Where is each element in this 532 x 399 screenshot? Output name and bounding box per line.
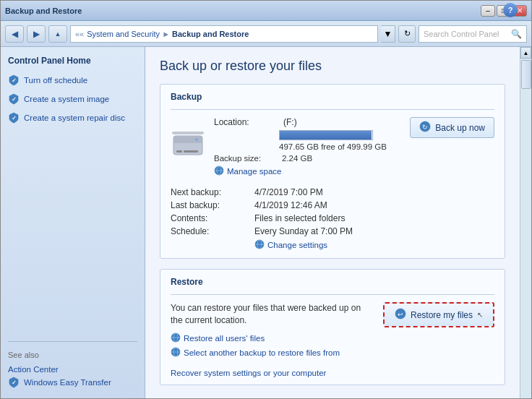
restore-section-title: Restore — [171, 277, 494, 287]
shield-icon-1: ✓ — [8, 74, 20, 86]
shield-icon-3: ✓ — [8, 112, 20, 124]
backup-now-icon: ↻ — [419, 121, 431, 134]
svg-point-8 — [195, 138, 198, 141]
backup-size-label: Backup size: — [214, 154, 279, 163]
scrollbar-thumb[interactable] — [521, 60, 531, 89]
disk-free-text: 497.65 GB free of 499.99 GB — [279, 142, 387, 151]
manage-space-link[interactable]: Manage space — [214, 166, 387, 177]
cursor-indicator: ↖ — [477, 311, 483, 319]
restore-all-users-link[interactable]: Restore all users' files — [171, 332, 373, 344]
svg-text:✓: ✓ — [12, 115, 17, 121]
change-settings-globe-icon — [254, 239, 265, 251]
breadcrumb-separator: ► — [162, 30, 170, 38]
page-title: Back up or restore your files — [160, 59, 505, 74]
shield-icon-4: ✓ — [8, 377, 20, 388]
sidebar-item-create-system-image[interactable]: ✓ Create a system image — [8, 92, 137, 106]
sidebar-title: Control Panel Home — [8, 56, 137, 66]
svg-rect-9 — [172, 132, 204, 134]
restore-my-files-button[interactable]: ↩ Restore my files ↖ — [383, 302, 494, 327]
location-value: (F:) — [283, 117, 297, 127]
restore-files-icon: ↩ — [395, 308, 406, 322]
contents-value: Files in selected folders — [254, 213, 345, 223]
restore-all-users-icon — [171, 332, 181, 344]
backup-details: Location: (F:) 497.65 GB free of 499.99 … — [214, 117, 387, 177]
restore-my-files-label: Restore my files — [411, 310, 473, 320]
contents-label: Contents: — [171, 213, 250, 223]
select-another-label: Select another backup to restore files f… — [184, 348, 340, 357]
scrollbar-up-button[interactable]: ▲ — [520, 47, 531, 59]
back-up-now-button[interactable]: ↻ Back up now — [410, 117, 494, 138]
svg-text:✓: ✓ — [12, 379, 17, 386]
sidebar-link-label-3: Create a system repair disc — [24, 113, 125, 122]
backup-size-value: 2.24 GB — [282, 154, 312, 163]
location-label: Location: — [214, 117, 279, 127]
schedule-row: Schedule: Every Sunday at 7:00 PM — [171, 226, 494, 236]
back-up-now-label: Back up now — [435, 123, 485, 133]
title-bar: Backup and Restore – □ ✕ — [1, 1, 531, 21]
disk-usage-bar — [279, 130, 373, 140]
sidebar-item-create-repair-disc[interactable]: ✓ Create a system repair disc — [8, 111, 137, 125]
backup-header: Location: (F:) 497.65 GB free of 499.99 … — [171, 117, 494, 177]
svg-text:✓: ✓ — [12, 96, 17, 103]
recover-system-link[interactable]: Recover system settings or your computer — [171, 369, 494, 377]
shield-icon-2: ✓ — [8, 93, 20, 105]
select-another-backup-link[interactable]: Select another backup to restore files f… — [171, 347, 373, 359]
location-row: Location: (F:) — [214, 117, 387, 127]
see-also-section: See also Action Center ✓ Windows Easy Tr… — [8, 341, 137, 390]
next-backup-label: Next backup: — [171, 187, 250, 197]
next-backup-value: 4/7/2019 7:00 PM — [254, 187, 323, 197]
minimize-button[interactable]: – — [481, 5, 495, 17]
right-panel: Back up or restore your files Backup — [145, 47, 531, 398]
svg-text:✓: ✓ — [12, 77, 17, 84]
sidebar-link-label-2: Create a system image — [24, 95, 109, 103]
search-placeholder: Search Control Panel — [424, 30, 499, 38]
restore-content: You can restore your files that were bac… — [171, 302, 494, 361]
schedule-value: Every Sunday at 7:00 PM — [254, 226, 353, 236]
change-settings-label: Change settings — [267, 241, 327, 249]
svg-rect-7 — [184, 150, 198, 153]
content-area: Back up or restore your files Backup — [145, 47, 520, 398]
breadcrumb-system-security[interactable]: System and Security — [87, 30, 160, 38]
change-settings-link[interactable]: Change settings — [254, 239, 494, 251]
back-button[interactable]: ◀ — [5, 25, 24, 43]
sidebar: Control Panel Home ✓ Turn off schedule ✓ — [1, 47, 145, 398]
meta-rows: Next backup: 4/7/2019 7:00 PM Last backu… — [171, 187, 494, 251]
search-box[interactable]: Search Control Panel 🔍 — [419, 25, 527, 43]
recover-system-label: Recover system settings or your computer — [171, 369, 326, 377]
svg-rect-6 — [176, 150, 182, 153]
forward-button[interactable]: ▶ — [27, 25, 46, 43]
restore-all-users-label: Restore all users' files — [184, 334, 265, 343]
sidebar-item-turn-off-schedule[interactable]: ✓ Turn off schedule — [8, 73, 137, 87]
main-area: Control Panel Home ✓ Turn off schedule ✓ — [1, 47, 531, 398]
sidebar-link-label: Turn off schedule — [24, 76, 87, 85]
backup-section: Backup — [160, 84, 505, 259]
svg-text:↻: ↻ — [422, 124, 428, 131]
last-backup-row: Last backup: 4/1/2019 12:46 AM — [171, 200, 494, 210]
sidebar-item-action-center[interactable]: Action Center — [8, 364, 137, 375]
main-window: Backup and Restore – □ ✕ ◀ ▶ ▲ «« System… — [0, 0, 532, 399]
scrollbar[interactable]: ▲ — [520, 47, 531, 398]
search-icon[interactable]: 🔍 — [511, 29, 522, 39]
address-bar: ◀ ▶ ▲ «« System and Security ► Backup an… — [1, 21, 531, 47]
backup-section-title: Backup — [171, 92, 494, 102]
sidebar-item-windows-easy-transfer[interactable]: ✓ Windows Easy Transfer — [8, 375, 137, 390]
manage-space-label: Manage space — [227, 167, 281, 176]
help-button[interactable]: ? — [503, 3, 518, 17]
restore-section: Restore You can restore your files that … — [160, 269, 505, 385]
address-dropdown-button[interactable]: ▼ — [381, 25, 395, 43]
drive-icon — [171, 129, 205, 158]
schedule-label: Schedule: — [171, 226, 250, 236]
refresh-button[interactable]: ↻ — [398, 25, 416, 43]
breadcrumb-current: Backup and Restore — [172, 30, 249, 38]
windows-easy-transfer-label: Windows Easy Transfer — [24, 378, 111, 387]
last-backup-label: Last backup: — [171, 200, 250, 210]
action-center-label: Action Center — [8, 365, 59, 374]
contents-row: Contents: Files in selected folders — [171, 213, 494, 223]
disk-usage-fill — [280, 131, 372, 140]
window-title: Backup and Restore — [5, 7, 82, 15]
backup-info: Location: (F:) 497.65 GB free of 499.99 … — [171, 117, 387, 177]
breadcrumb: «« System and Security ► Backup and Rest… — [70, 25, 378, 43]
up-button[interactable]: ▲ — [48, 25, 67, 43]
last-backup-value: 4/1/2019 12:46 AM — [254, 200, 327, 210]
next-backup-row: Next backup: 4/7/2019 7:00 PM — [171, 187, 494, 197]
